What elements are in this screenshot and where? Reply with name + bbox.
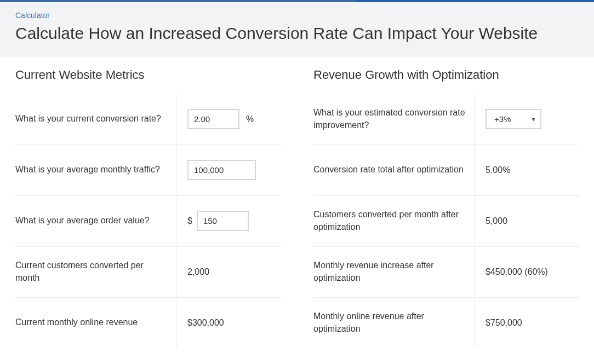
label-order-value: What is your average order value? — [15, 196, 176, 246]
row-order-value: What is your average order value? $ — [15, 196, 281, 247]
value-cell-conversion-rate: % — [176, 102, 281, 136]
label-conversion-rate: What is your current conversion rate? — [15, 94, 176, 145]
customers-after-value: 5,000 — [486, 216, 507, 226]
label-total-after: Conversion rate total after optimization — [313, 145, 475, 195]
label-customers-after: Customers converted per month after opti… — [313, 196, 475, 246]
conversion-rate-input[interactable] — [187, 109, 239, 129]
value-cell-rate-improvement: +3% — [475, 102, 579, 136]
revenue-after-value: $750,000 — [486, 318, 522, 328]
revenue-growth-heading: Revenue Growth with Optimization — [313, 68, 579, 82]
row-monthly-revenue: Current monthly online revenue $300,000 — [15, 298, 281, 348]
page-header: Calculator Calculate How an Increased Co… — [0, 2, 594, 57]
total-after-value: 5.00% — [486, 165, 510, 175]
label-revenue-after: Monthly online revenue after optimizatio… — [313, 298, 475, 348]
revenue-increase-value: $450,000 (60%) — [486, 267, 548, 277]
row-customers-converted: Current customers converted per month 2,… — [15, 247, 281, 298]
dollar-prefix: $ — [187, 216, 192, 226]
label-rate-improvement: What is your estimated conversion rate i… — [313, 94, 475, 145]
value-cell-total-after: 5.00% — [475, 159, 579, 182]
label-monthly-revenue: Current monthly online revenue — [15, 298, 176, 348]
rate-improvement-select[interactable]: +3% — [486, 109, 541, 129]
label-customers-converted: Current customers converted per month — [15, 247, 176, 297]
calculator-content: Current Website Metrics What is your cur… — [0, 57, 594, 359]
value-cell-order-value: $ — [176, 204, 281, 238]
row-rate-improvement: What is your estimated conversion rate i… — [313, 94, 579, 145]
label-monthly-traffic: What is your average monthly traffic? — [15, 145, 176, 195]
value-cell-revenue-after: $750,000 — [475, 311, 579, 334]
row-customers-after: Customers converted per month after opti… — [313, 196, 579, 247]
value-cell-customers-after: 5,000 — [475, 210, 579, 233]
breadcrumb[interactable]: Calculator — [15, 11, 579, 20]
current-metrics-column: Current Website Metrics What is your cur… — [15, 68, 281, 348]
row-conversion-rate: What is your current conversion rate? % — [15, 94, 281, 145]
percent-suffix: % — [246, 114, 254, 124]
order-value-input[interactable] — [197, 211, 249, 231]
monthly-traffic-input[interactable] — [187, 160, 256, 180]
value-cell-monthly-revenue: $300,000 — [176, 311, 281, 334]
page-title: Calculate How an Increased Conversion Ra… — [15, 23, 579, 44]
value-cell-monthly-traffic — [176, 153, 281, 187]
row-total-after: Conversion rate total after optimization… — [313, 145, 579, 196]
monthly-revenue-value: $300,000 — [187, 318, 224, 328]
row-monthly-traffic: What is your average monthly traffic? — [15, 145, 281, 196]
row-revenue-after: Monthly online revenue after optimizatio… — [313, 298, 579, 348]
customers-converted-value: 2,000 — [187, 267, 209, 277]
value-cell-revenue-increase: $450,000 (60%) — [475, 261, 579, 284]
rate-improvement-select-wrap: +3% — [486, 109, 541, 129]
revenue-growth-column: Revenue Growth with Optimization What is… — [313, 68, 579, 348]
value-cell-customers-converted: 2,000 — [176, 261, 281, 284]
label-revenue-increase: Monthly revenue increase after optimizat… — [313, 247, 475, 297]
current-metrics-heading: Current Website Metrics — [15, 68, 281, 82]
row-revenue-increase: Monthly revenue increase after optimizat… — [313, 247, 579, 298]
